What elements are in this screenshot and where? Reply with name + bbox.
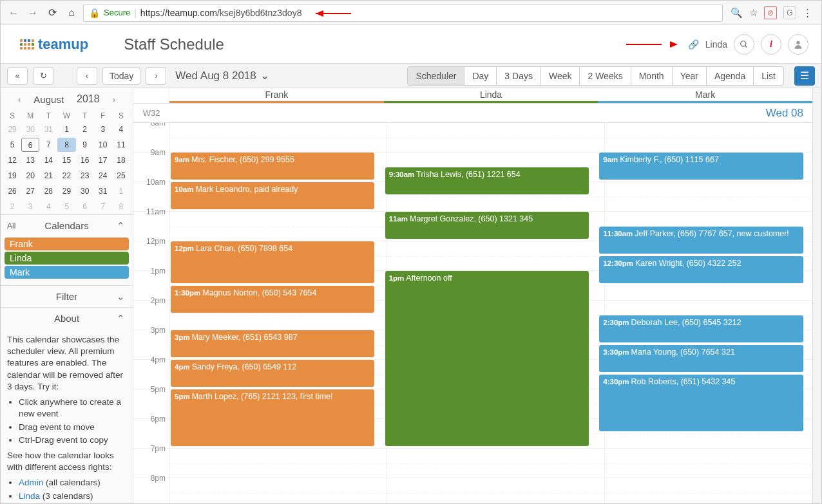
mini-day[interactable]: 6 xyxy=(76,200,94,214)
mini-day[interactable]: 2 xyxy=(76,122,94,136)
prev-month-button[interactable]: ‹ xyxy=(18,95,21,104)
mini-day[interactable]: 11 xyxy=(112,138,130,152)
time-slot[interactable] xyxy=(169,478,387,504)
mini-day[interactable]: 26 xyxy=(3,184,21,198)
access-link[interactable]: Admin xyxy=(19,478,43,487)
main-menu-button[interactable]: ☰ xyxy=(794,66,815,86)
mini-day[interactable]: 29 xyxy=(57,184,75,198)
time-slot[interactable] xyxy=(604,182,821,211)
mini-day[interactable]: 19 xyxy=(3,169,21,183)
zoom-icon[interactable]: 🔍 xyxy=(731,7,743,19)
mini-day[interactable]: 3 xyxy=(21,200,39,214)
mini-day[interactable]: 16 xyxy=(76,153,94,167)
mini-day[interactable]: 20 xyxy=(21,169,39,183)
event[interactable]: 2:30pmDeborah Lee, (650) 6545 3212 xyxy=(599,315,803,342)
user-name[interactable]: Linda xyxy=(705,39,727,50)
mini-day[interactable]: 14 xyxy=(39,153,57,167)
time-slot[interactable] xyxy=(604,478,821,504)
view-scheduler[interactable]: Scheduler xyxy=(407,66,464,86)
view-2weeks[interactable]: 2 Weeks xyxy=(579,66,631,86)
mini-day[interactable]: 6 xyxy=(21,138,39,152)
prev-day-button[interactable]: ‹ xyxy=(77,67,97,85)
reload-button[interactable]: ⟳ xyxy=(44,5,60,21)
event[interactable]: 1pmAfternoon off xyxy=(385,271,589,446)
event[interactable]: 3pmMary Meeker, (651) 6543 987 xyxy=(171,330,374,357)
time-slot[interactable] xyxy=(387,478,604,504)
mini-day[interactable]: 4 xyxy=(112,122,130,136)
refresh-button[interactable]: ↻ xyxy=(33,67,53,85)
mini-day[interactable]: 18 xyxy=(112,153,130,167)
time-slot[interactable] xyxy=(169,123,387,152)
info-button[interactable]: i xyxy=(761,34,781,55)
mini-day[interactable]: 30 xyxy=(76,184,94,198)
mini-day[interactable]: 23 xyxy=(76,169,94,183)
view-week[interactable]: Week xyxy=(540,66,580,86)
mini-day[interactable]: 21 xyxy=(39,169,57,183)
mini-day[interactable]: 17 xyxy=(94,153,112,167)
event[interactable]: 9:30amTrisha Lewis, (651) 1221 654 xyxy=(385,167,589,194)
next-day-button[interactable]: › xyxy=(146,67,166,85)
logo[interactable]: teamup xyxy=(20,36,88,53)
mini-day[interactable]: 1 xyxy=(112,184,130,198)
extension-g-icon[interactable]: G xyxy=(783,6,796,19)
mini-day[interactable]: 8 xyxy=(112,200,130,214)
mini-day[interactable]: 28 xyxy=(39,184,57,198)
mini-day[interactable]: 5 xyxy=(57,200,75,214)
mini-day[interactable]: 7 xyxy=(39,138,57,152)
address-bar[interactable]: 🔒 Secure | https://teamup.com/ksej8y6bd6… xyxy=(83,4,723,22)
day-label[interactable]: Wed 08 xyxy=(169,104,812,122)
scrollbar[interactable] xyxy=(812,88,821,504)
calendar-frank[interactable]: Frank xyxy=(5,238,129,250)
mini-day[interactable]: 1 xyxy=(57,122,75,136)
mini-day[interactable]: 8 xyxy=(57,138,75,152)
date-picker[interactable]: Wed Aug 8 2018 ⌄ xyxy=(175,69,269,82)
home-button[interactable]: ⌂ xyxy=(64,5,79,21)
time-slot[interactable] xyxy=(169,212,387,241)
event[interactable]: 3:30pmMaria Young, (650) 7654 321 xyxy=(599,345,803,372)
mini-day[interactable]: 25 xyxy=(112,169,130,183)
view-list[interactable]: List xyxy=(753,66,784,86)
time-slot[interactable] xyxy=(604,449,821,478)
forward-button[interactable]: → xyxy=(25,5,41,21)
next-month-button[interactable]: › xyxy=(113,95,115,104)
mini-day[interactable]: 2 xyxy=(3,200,21,214)
search-button[interactable] xyxy=(734,34,754,55)
mini-day[interactable]: 7 xyxy=(94,200,112,214)
event[interactable]: 9amKimberly F., (650) 1115 667 xyxy=(599,153,803,180)
mini-day[interactable]: 5 xyxy=(3,138,21,152)
event[interactable]: 9amMrs. Fischer, (650) 299 9555 xyxy=(171,153,374,180)
time-slot[interactable] xyxy=(604,123,821,152)
person-col-frank[interactable]: Frank xyxy=(169,88,384,103)
event[interactable]: 11:30amJeff Parker, (656) 7767 657, new … xyxy=(599,227,803,254)
mini-day[interactable]: 22 xyxy=(57,169,75,183)
today-button[interactable]: Today xyxy=(102,67,140,85)
mini-day[interactable]: 24 xyxy=(94,169,112,183)
time-slot[interactable] xyxy=(169,449,387,478)
mini-day[interactable]: 31 xyxy=(39,122,57,136)
mini-day[interactable]: 31 xyxy=(94,184,112,198)
mini-day[interactable]: 9 xyxy=(76,138,94,152)
back-button[interactable]: ← xyxy=(6,5,21,21)
calendar-mark[interactable]: Mark xyxy=(5,266,129,279)
calendars-section[interactable]: All Calendars ⌃ xyxy=(1,214,133,236)
mini-day[interactable]: 29 xyxy=(3,122,21,136)
star-icon[interactable]: ☆ xyxy=(749,7,758,19)
filter-section[interactable]: Filter ⌄ xyxy=(1,285,133,307)
time-grid[interactable]: 8am9am10am11am12pm1pm2pm3pm4pm5pm6pm7pm8… xyxy=(133,123,821,504)
mini-day[interactable]: 3 xyxy=(94,122,112,136)
time-slot[interactable] xyxy=(387,241,604,270)
event[interactable]: 1:30pmMagnus Norton, (650) 543 7654 xyxy=(171,286,374,313)
extension-icon[interactable]: ⊘ xyxy=(764,6,777,19)
event[interactable]: 4pmSandy Freya, (650) 6549 112 xyxy=(171,360,374,387)
time-slot[interactable] xyxy=(387,123,604,152)
calendar-linda[interactable]: Linda xyxy=(5,252,129,265)
collapse-button[interactable]: « xyxy=(7,67,28,85)
mini-day[interactable]: 13 xyxy=(21,153,39,167)
access-link[interactable]: Linda xyxy=(19,491,40,501)
profile-button[interactable] xyxy=(788,34,808,55)
view-month[interactable]: Month xyxy=(631,66,673,86)
event[interactable]: 4:30pmRob Roberts, (651) 5432 345 xyxy=(599,375,803,431)
mini-day[interactable]: 27 xyxy=(21,184,39,198)
event[interactable]: 5pmMarth Lopez, (765) 2121 123, first ti… xyxy=(171,389,374,446)
event[interactable]: 10amMark Leoandro, paid already xyxy=(171,182,374,209)
